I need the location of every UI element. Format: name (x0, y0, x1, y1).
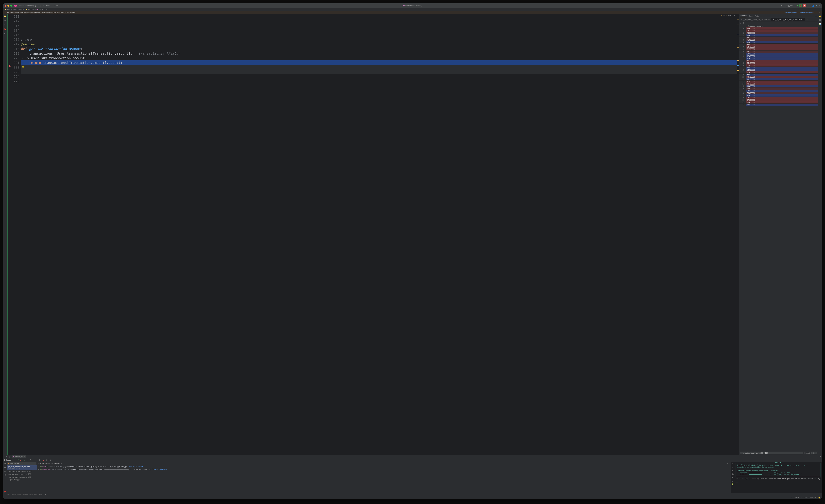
history-icon[interactable]: ↺ (54, 5, 55, 7)
folder-icon: 📁 (5, 8, 7, 10)
usages-hint[interactable]: 2 usages (21, 39, 32, 41)
requirements-warning-bar: ⚠ Package requirement 'chalkpy[snowflake… (3, 11, 236, 14)
titlebar: F fraud-template-staging | ⎇ main ↺ ⟳ ⬢ … (3, 3, 236, 8)
breadcrumb-part[interactable]: fraud-template-staging (7, 8, 24, 10)
intention-bulb-icon[interactable]: 💡 (22, 65, 24, 70)
maximize-window-button[interactable] (10, 5, 12, 7)
left-tool-rail: 📁 ◈ ⬚ 🔖 ⋯ (3, 14, 7, 135)
project-tool-icon[interactable]: 📁 (4, 15, 6, 17)
vcs-branch-icon: ⎇ (42, 5, 44, 7)
warning-icon: ⚠ (5, 11, 6, 13)
project-selector[interactable]: fraud-template-staging (18, 4, 39, 7)
branch-selector[interactable]: main (45, 4, 53, 7)
window-controls (5, 5, 12, 7)
bookmarks-tool-icon[interactable]: 🔖 (4, 28, 6, 30)
more-tool-icon[interactable]: ⋯ (4, 32, 6, 34)
minimize-window-button[interactable] (7, 5, 9, 7)
structure-tool-icon[interactable]: ⬚ (4, 24, 6, 26)
line-number-gutter[interactable]: 2112122132142152162172182192202212222232… (12, 14, 21, 135)
python-file-icon: ⬢ (36, 8, 38, 10)
close-window-button[interactable] (5, 5, 6, 7)
warning-text: Package requirement 'chalkpy[snowflake,p… (7, 11, 76, 13)
breadcrumb: 📁 fraud-template-staging › 📁 neobank › ⬢… (3, 8, 236, 11)
breakpoint-marker[interactable] (9, 65, 11, 67)
project-badge: F (14, 5, 17, 7)
sync-icon[interactable]: ⟳ (56, 5, 58, 7)
code-editor[interactable]: ⚠14 ⚠119 ✓7 ˆ ˇ 211212213214215216217218… (7, 14, 236, 135)
breadcrumb-part[interactable]: neobank (28, 8, 34, 10)
commit-tool-icon[interactable]: ◈ (4, 19, 6, 22)
folder-icon: 📁 (25, 8, 27, 10)
breadcrumb-part[interactable]: resolvers.py (39, 8, 48, 10)
